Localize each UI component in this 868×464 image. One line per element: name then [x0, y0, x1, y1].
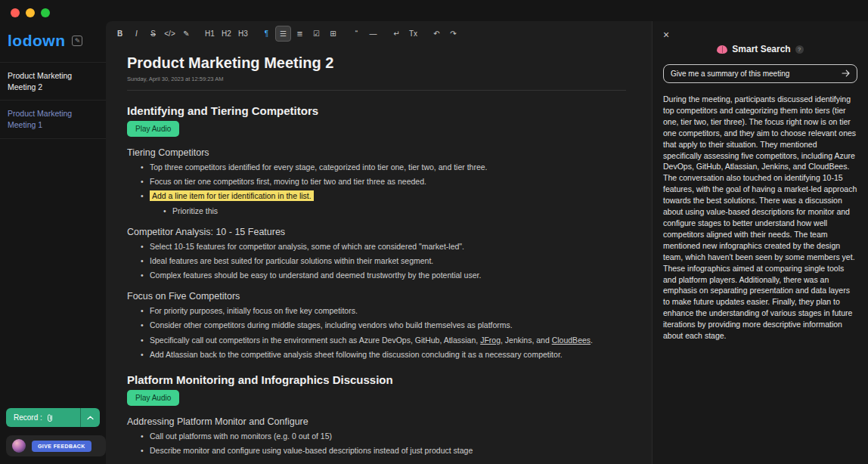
bold-icon[interactable]: B [112, 26, 128, 42]
sidebar-note-item[interactable]: Product Marketing Meeting 2 [0, 62, 106, 101]
highlighted-text: Add a line item for tier identification … [150, 190, 314, 201]
paperclip-icon [46, 413, 54, 422]
highlighter-icon[interactable]: ✎ [178, 26, 194, 42]
bullet-item: Complex features should be easy to under… [141, 270, 626, 280]
strikethrough-icon[interactable]: S [145, 26, 161, 42]
bullet-item: Focus on tier one competitors first, mov… [141, 176, 626, 187]
sidebar-bottom: Record : GIVE FEEDBACK [0, 402, 106, 464]
document-editor[interactable]: Product Marketing Meeting 2 Sunday, Apri… [106, 42, 652, 464]
editor-toolbar: BIS</>✎H1H2H3¶☰≣☑⊞“—↵Tx↶↷ [106, 21, 652, 42]
bullet-item: Ideal features are best suited for parti… [141, 255, 626, 266]
bullet-item: Prioritize this [163, 206, 626, 216]
user-avatar[interactable] [12, 439, 26, 453]
paragraph-icon[interactable]: ¶ [259, 26, 274, 42]
record-button-label: Record : [14, 413, 42, 422]
bullet-item: Call out platforms with no monitors (e.g… [141, 431, 626, 441]
hard-break-icon[interactable]: ↵ [389, 26, 405, 42]
note-list: Product Marketing Meeting 2Product Marke… [0, 62, 106, 402]
smart-search-input-wrap [663, 64, 857, 83]
section-heading: Platform Monitoring and Infographics Dis… [127, 373, 626, 386]
close-window-button[interactable] [11, 8, 20, 17]
zoom-window-button[interactable] [41, 8, 50, 17]
play-audio-button[interactable]: Play Audio [127, 390, 179, 406]
help-icon[interactable]: ? [795, 45, 804, 54]
heading-1-icon[interactable]: H1 [202, 26, 218, 42]
user-feedback-box: GIVE FEEDBACK [6, 435, 106, 456]
undo-icon[interactable]: ↶ [429, 26, 445, 42]
inline-link[interactable]: JFrog [480, 336, 501, 345]
smart-search-panel: × Smart Search ? During the meeting, par… [652, 21, 868, 464]
minimize-window-button[interactable] [26, 8, 35, 17]
record-button[interactable]: Record : [6, 408, 100, 427]
logo-row: lodown ✎ [0, 30, 106, 62]
code-icon[interactable]: </> [162, 26, 178, 42]
play-audio-row: Play Audio [127, 390, 626, 406]
heading-3-icon[interactable]: H3 [235, 26, 251, 42]
sidebar: lodown ✎ Product Marketing Meeting 2Prod… [0, 0, 106, 464]
chevron-up-icon[interactable] [81, 416, 100, 420]
inline-link[interactable]: CloudBees [552, 336, 591, 345]
document-body: Identifying and Tiering CompetitorsPlay … [127, 104, 626, 464]
smart-search-input[interactable] [663, 64, 857, 83]
ordered-list-icon[interactable]: ≣ [292, 26, 308, 42]
bullet-item: Top three competitors identified for eve… [141, 162, 626, 172]
subsection-heading: Addressing Platform Monitor and Configur… [127, 416, 626, 427]
section-heading: Identifying and Tiering Competitors [127, 104, 626, 117]
window-controls [11, 8, 50, 17]
subsection-heading: Focus on Five Competitors [127, 291, 626, 302]
table-icon[interactable]: ⊞ [325, 26, 341, 42]
editor-area: BIS</>✎H1H2H3¶☰≣☑⊞“—↵Tx↶↷ Product Market… [106, 21, 652, 464]
send-icon[interactable] [839, 67, 854, 81]
document-date: Sunday, April 30, 2023 at 12:59:23 AM [127, 76, 626, 91]
smart-search-summary: During the meeting, participants discuss… [663, 94, 857, 342]
heading-2-icon[interactable]: H2 [219, 26, 234, 42]
brain-icon [717, 45, 727, 54]
blockquote-icon[interactable]: “ [349, 26, 364, 42]
sidebar-note-item[interactable]: Product Marketing Meeting 1 [0, 101, 106, 138]
smart-search-header: Smart Search ? [663, 44, 857, 54]
task-list-icon[interactable]: ☑ [308, 26, 324, 42]
bullet-item: Specifically call out competitors in the… [141, 335, 626, 345]
bullet-item: Add Atlassian back to the competitive an… [141, 349, 626, 360]
smart-search-title: Smart Search [732, 44, 790, 54]
play-audio-button[interactable]: Play Audio [127, 121, 179, 137]
bullet-list-icon[interactable]: ☰ [275, 26, 291, 42]
bullet-item: Select 10-15 features for competitor ana… [141, 241, 626, 252]
close-panel-icon[interactable]: × [659, 27, 674, 42]
bullet-item: Describe monitor and configure using val… [141, 445, 626, 456]
play-audio-row: Play Audio [127, 121, 626, 137]
italic-icon[interactable]: I [129, 26, 144, 42]
bullet-item: Consider other competitors during middle… [141, 320, 626, 330]
app-window: lodown ✎ Product Marketing Meeting 2Prod… [0, 0, 868, 464]
document-title: Product Marketing Meeting 2 [127, 54, 626, 72]
new-note-icon[interactable]: ✎ [72, 36, 82, 46]
redo-icon[interactable]: ↷ [445, 26, 461, 42]
bullet-item: For priority purposes, initially focus o… [141, 305, 626, 316]
give-feedback-button[interactable]: GIVE FEEDBACK [32, 441, 91, 452]
clear-format-icon[interactable]: Tx [405, 26, 421, 42]
horizontal-rule-icon[interactable]: — [365, 26, 381, 42]
subsection-heading: Competitor Analysis: 10 - 15 Features [127, 227, 626, 237]
bullet-item: Add a line item for tier identification … [141, 190, 626, 215]
subsection-heading: Tiering Competitors [127, 147, 626, 158]
app-logo: lodown [8, 32, 65, 50]
